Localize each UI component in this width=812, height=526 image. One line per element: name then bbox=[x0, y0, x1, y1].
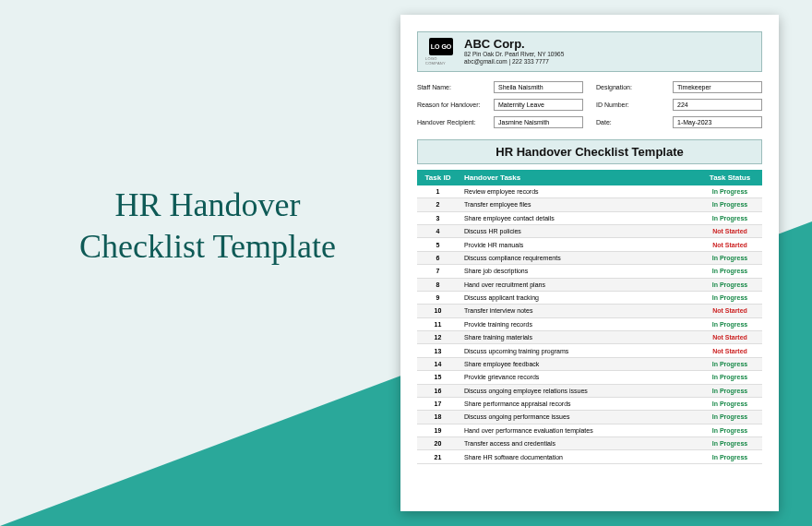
company-address: 82 Pin Oak Dr. Pearl River, NY 10965 bbox=[464, 51, 564, 58]
table-row: 17Share performance appraisal recordsIn … bbox=[417, 397, 762, 410]
table-row: 2Transfer employee filesIn Progress bbox=[417, 198, 762, 211]
form-row: Reason for Handover:Maternity Leave bbox=[417, 99, 583, 111]
table-row: 14Share employee feedbackIn Progress bbox=[417, 357, 762, 370]
form-row: Designation:Timekeeper bbox=[596, 81, 762, 93]
cell-status: In Progress bbox=[698, 357, 762, 370]
cell-status: In Progress bbox=[698, 397, 762, 410]
cell-status: In Progress bbox=[698, 411, 762, 424]
cell-task-id: 5 bbox=[417, 238, 459, 251]
cell-task: Discuss ongoing employee relations issue… bbox=[459, 384, 698, 397]
field-value: 1-May-2023 bbox=[673, 116, 762, 128]
table-row: 18Discuss ongoing performance issuesIn P… bbox=[417, 411, 762, 424]
cell-task: Share HR software documentation bbox=[459, 450, 698, 463]
table-row: 19Hand over performance evaluation templ… bbox=[417, 424, 762, 436]
cell-status: In Progress bbox=[698, 198, 762, 211]
cell-task: Hand over performance evaluation templat… bbox=[459, 424, 698, 436]
cell-task: Share job descriptions bbox=[459, 265, 698, 278]
form-row: ID Number:224 bbox=[596, 99, 762, 111]
cell-task: Transfer interview notes bbox=[459, 305, 698, 317]
cell-status: In Progress bbox=[698, 265, 762, 278]
cell-status: In Progress bbox=[698, 424, 762, 436]
field-value: Timekeeper bbox=[673, 81, 762, 93]
field-label: Handover Recipient: bbox=[417, 119, 489, 126]
cell-task: Review employee records bbox=[459, 185, 698, 198]
table-row: 4Discuss HR policiesNot Started bbox=[417, 225, 762, 238]
cell-status: In Progress bbox=[698, 291, 762, 304]
cell-task: Discuss applicant tracking bbox=[459, 291, 698, 304]
cell-task-id: 20 bbox=[417, 437, 459, 450]
cell-status: Not Started bbox=[698, 305, 762, 317]
cell-task-id: 16 bbox=[417, 384, 459, 397]
field-value: Maternity Leave bbox=[494, 99, 583, 111]
table-row: 20Transfer access and credentialsIn Prog… bbox=[417, 437, 762, 450]
table-row: 5Provide HR manualsNot Started bbox=[417, 238, 762, 251]
cell-task: Provide training records bbox=[459, 317, 698, 330]
logo-subtext: LOGO COMPANY bbox=[425, 56, 457, 66]
form-row: Staff Name:Sheila Naismith bbox=[417, 81, 583, 93]
col-task: Handover Tasks bbox=[459, 170, 698, 185]
document-preview: LO GO LOGO COMPANY ABC Corp. 82 Pin Oak … bbox=[400, 15, 779, 511]
table-row: 1Review employee recordsIn Progress bbox=[417, 185, 762, 198]
field-label: ID Number: bbox=[596, 102, 668, 108]
cell-status: In Progress bbox=[698, 450, 762, 463]
hero-title: HR Handover Checklist Template bbox=[55, 185, 360, 268]
cell-status: In Progress bbox=[698, 317, 762, 330]
col-task-id: Task ID bbox=[417, 170, 459, 185]
table-row: 15Provide grievance recordsIn Progress bbox=[417, 371, 762, 384]
cell-task-id: 8 bbox=[417, 278, 459, 291]
form-fields: Staff Name:Sheila NaismithReason for Han… bbox=[417, 81, 762, 134]
cell-status: In Progress bbox=[698, 185, 762, 198]
cell-task: Provide grievance records bbox=[459, 371, 698, 384]
cell-task: Discuss upcoming training programs bbox=[459, 344, 698, 357]
field-value: 224 bbox=[673, 99, 762, 111]
table-row: 10Transfer interview notesNot Started bbox=[417, 305, 762, 317]
table-row: 7Share job descriptionsIn Progress bbox=[417, 265, 762, 278]
cell-task-id: 15 bbox=[417, 371, 459, 384]
cell-task-id: 18 bbox=[417, 411, 459, 424]
table-row: 3Share employee contact detailsIn Progre… bbox=[417, 211, 762, 224]
table-row: 16Discuss ongoing employee relations iss… bbox=[417, 384, 762, 397]
cell-task-id: 17 bbox=[417, 397, 459, 410]
cell-task: Share employee feedback bbox=[459, 357, 698, 370]
cell-task: Hand over recruitment plans bbox=[459, 278, 698, 291]
table-row: 8Hand over recruitment plansIn Progress bbox=[417, 278, 762, 291]
field-value: Sheila Naismith bbox=[494, 81, 583, 93]
cell-task-id: 6 bbox=[417, 251, 459, 264]
cell-task: Share performance appraisal records bbox=[459, 397, 698, 410]
cell-task-id: 3 bbox=[417, 211, 459, 224]
field-label: Staff Name: bbox=[417, 84, 489, 90]
cell-status: Not Started bbox=[698, 238, 762, 251]
table-row: 21Share HR software documentationIn Prog… bbox=[417, 450, 762, 463]
table-row: 11Provide training recordsIn Progress bbox=[417, 317, 762, 330]
field-label: Date: bbox=[596, 119, 668, 126]
company-contact: abc@gmail.com | 222 333 7777 bbox=[464, 58, 564, 66]
cell-task-id: 1 bbox=[417, 185, 459, 198]
field-label: Reason for Handover: bbox=[417, 102, 489, 108]
cell-status: In Progress bbox=[698, 211, 762, 224]
cell-task-id: 14 bbox=[417, 357, 459, 370]
logo-icon: LO GO bbox=[429, 38, 453, 55]
cell-task: Discuss compliance requirements bbox=[459, 251, 698, 264]
cell-task-id: 4 bbox=[417, 225, 459, 238]
cell-status: In Progress bbox=[698, 251, 762, 264]
table-row: 9Discuss applicant trackingIn Progress bbox=[417, 291, 762, 304]
cell-task: Discuss ongoing performance issues bbox=[459, 411, 698, 424]
cell-task-id: 21 bbox=[417, 450, 459, 463]
cell-task-id: 19 bbox=[417, 424, 459, 436]
section-title: HR Handover Checklist Template bbox=[417, 139, 762, 164]
table-row: 13Discuss upcoming training programsNot … bbox=[417, 344, 762, 357]
cell-task: Discuss HR policies bbox=[459, 225, 698, 238]
cell-task: Transfer employee files bbox=[459, 198, 698, 211]
cell-status: In Progress bbox=[698, 437, 762, 450]
company-name: ABC Corp. bbox=[464, 37, 564, 51]
cell-task: Share employee contact details bbox=[459, 211, 698, 224]
cell-task-id: 12 bbox=[417, 331, 459, 344]
cell-status: Not Started bbox=[698, 225, 762, 238]
col-status: Task Status bbox=[698, 170, 762, 185]
cell-task-id: 9 bbox=[417, 291, 459, 304]
company-logo: LO GO LOGO COMPANY bbox=[425, 38, 457, 66]
form-row: Date:1-May-2023 bbox=[596, 116, 762, 128]
cell-task-id: 7 bbox=[417, 265, 459, 278]
table-row: 12Share training materialsNot Started bbox=[417, 331, 762, 344]
table-row: 6Discuss compliance requirementsIn Progr… bbox=[417, 251, 762, 264]
